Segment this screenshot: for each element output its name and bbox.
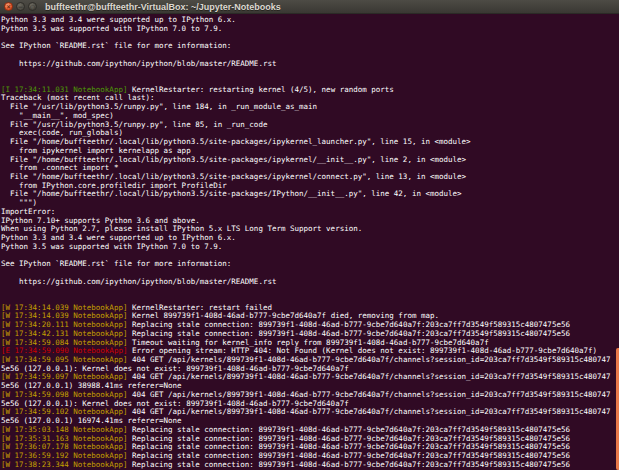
close-icon: ✕	[6, 4, 11, 10]
terminal-line	[1, 68, 619, 77]
maximize-icon: ○	[30, 4, 35, 10]
terminal-line: https://github.com/ipython/ipython/blob/…	[1, 278, 619, 287]
maximize-button[interactable]: ○	[28, 2, 37, 11]
titlebar[interactable]: ✕ − ○ buffteethr@buffteethr-VirtualBox: …	[0, 0, 619, 14]
terminal-line: See IPython `README.rst` file for more i…	[1, 260, 619, 269]
terminal-line: """)	[1, 199, 619, 208]
terminal-line: File "/home/buffteethr/.local/lib/python…	[1, 190, 619, 199]
terminal-output[interactable]: Python 3.3 and 3.4 were supported up to …	[0, 14, 619, 470]
terminal-line: [W 17:38:23.344 NotebookApp] Replacing s…	[1, 461, 619, 470]
minimize-button[interactable]: −	[16, 2, 25, 11]
terminal-line: Python 3.5 was supported with IPython 7.…	[1, 243, 619, 252]
minimize-icon: −	[18, 4, 23, 10]
terminal-line: https://github.com/ipython/ipython/blob/…	[1, 60, 619, 69]
terminal-window: ✕ − ○ buffteethr@buffteethr-VirtualBox: …	[0, 0, 619, 470]
window-controls: ✕ − ○	[4, 2, 37, 11]
terminal-line: Python 3.5 was supported with IPython 7.…	[1, 25, 619, 34]
window-title: buffteethr@buffteethr-VirtualBox: ~/Jupy…	[45, 0, 281, 14]
terminal-line	[1, 286, 619, 295]
close-button[interactable]: ✕	[4, 2, 13, 11]
terminal-line: See IPython `README.rst` file for more i…	[1, 42, 619, 51]
